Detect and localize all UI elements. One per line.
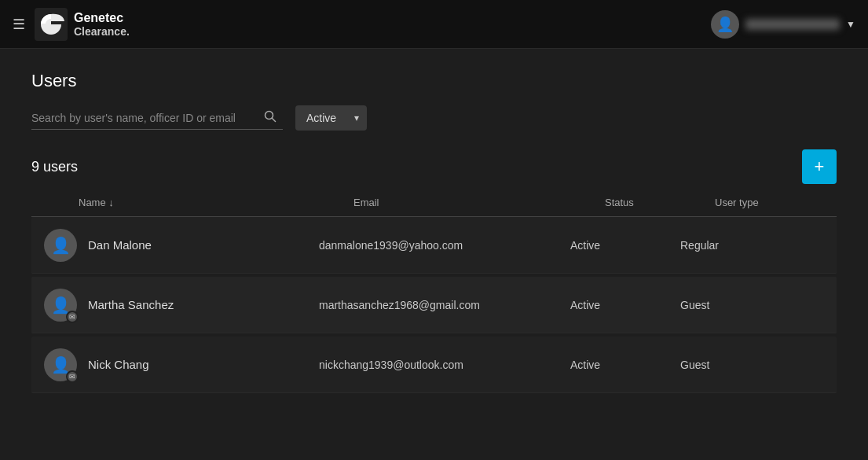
user-type-cell: Regular bbox=[680, 239, 824, 252]
email-cell: nickchang1939@outlook.com bbox=[319, 359, 570, 371]
svg-line-2 bbox=[273, 119, 276, 122]
header-right: 👤 ▼ bbox=[711, 10, 855, 39]
logo-container: Genetec Clearance. bbox=[35, 8, 130, 41]
status-cell: Active bbox=[570, 299, 680, 311]
column-header-email: Email bbox=[353, 197, 605, 208]
guest-badge-icon: ✉ bbox=[66, 311, 79, 323]
user-name-blurred bbox=[745, 19, 840, 30]
table-body: 👤 Dan Malone danmalone1939@yahoo.com Act… bbox=[31, 217, 837, 393]
person-icon: 👤 bbox=[51, 296, 71, 315]
person-icon: 👤 bbox=[51, 355, 71, 374]
user-avatar: 👤 bbox=[711, 10, 739, 39]
user-dropdown-arrow[interactable]: ▼ bbox=[846, 19, 855, 30]
person-icon: 👤 bbox=[51, 236, 71, 255]
page-title: Users bbox=[31, 71, 837, 91]
table-header: Name ↓ Email Status User type bbox=[31, 197, 837, 217]
column-header-name: Name ↓ bbox=[79, 197, 353, 208]
users-table: Name ↓ Email Status User type 👤 Dan Malo… bbox=[31, 197, 837, 393]
search-icon bbox=[264, 110, 277, 123]
table-row[interactable]: 👤 Dan Malone danmalone1939@yahoo.com Act… bbox=[31, 217, 837, 274]
user-avatar: 👤 ✉ bbox=[44, 348, 77, 381]
search-input[interactable] bbox=[31, 107, 283, 130]
table-row[interactable]: 👤 ✉ Martha Sanchez marthasanchez1968@gma… bbox=[31, 277, 837, 333]
user-avatar: 👤 ✉ bbox=[44, 289, 77, 322]
menu-icon[interactable]: ☰ bbox=[13, 16, 25, 33]
column-header-status: Status bbox=[605, 197, 715, 208]
add-user-button[interactable]: + bbox=[802, 149, 837, 184]
add-icon: + bbox=[815, 156, 825, 177]
status-filter-wrapper: Active Inactive All bbox=[295, 105, 367, 131]
email-cell: marthasanchez1968@gmail.com bbox=[319, 299, 570, 311]
user-name: Dan Malone bbox=[88, 238, 152, 252]
search-wrapper bbox=[31, 107, 283, 130]
user-type-cell: Guest bbox=[680, 299, 824, 311]
app-name: Genetec Clearance. bbox=[74, 10, 130, 39]
search-row: Active Inactive All bbox=[31, 105, 837, 131]
name-cell: 👤 ✉ Nick Chang bbox=[44, 348, 319, 381]
search-button[interactable] bbox=[261, 107, 280, 129]
status-filter-dropdown[interactable]: Active Inactive All bbox=[295, 105, 367, 131]
users-count-row: 9 users + bbox=[31, 149, 837, 184]
users-count: 9 users bbox=[31, 159, 78, 175]
app-header: ☰ Genetec Clearance. 👤 ▼ bbox=[0, 0, 868, 49]
user-name: Martha Sanchez bbox=[88, 298, 174, 311]
table-row[interactable]: 👤 ✉ Nick Chang nickchang1939@outlook.com… bbox=[31, 337, 837, 393]
email-cell: danmalone1939@yahoo.com bbox=[319, 239, 570, 252]
status-cell: Active bbox=[570, 239, 680, 252]
status-cell: Active bbox=[570, 359, 680, 371]
user-type-cell: Guest bbox=[680, 359, 824, 371]
user-name: Nick Chang bbox=[88, 358, 149, 371]
name-cell: 👤 ✉ Martha Sanchez bbox=[44, 289, 319, 322]
guest-badge-icon: ✉ bbox=[66, 370, 79, 383]
user-avatar: 👤 bbox=[44, 229, 77, 262]
name-cell: 👤 Dan Malone bbox=[44, 229, 319, 262]
header-left: ☰ Genetec Clearance. bbox=[13, 8, 711, 41]
main-content: Users Active Inactive All 9 users + bbox=[0, 49, 868, 460]
genetec-logo-icon bbox=[35, 8, 68, 41]
column-header-usertype: User type bbox=[715, 197, 789, 208]
